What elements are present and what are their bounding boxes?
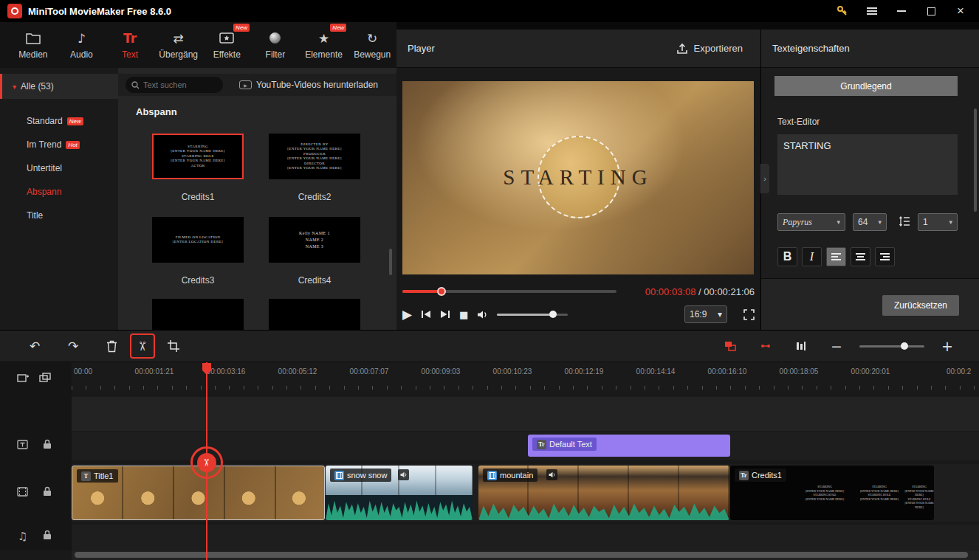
align-left-button[interactable] bbox=[826, 247, 846, 266]
template-credits1[interactable]: STARRING [ENTER YOUR NAME HERE] STARRING… bbox=[152, 134, 244, 179]
template-partial-right[interactable]: ​ bbox=[269, 299, 360, 330]
clip-audio-icon[interactable] bbox=[546, 469, 557, 480]
align-right-button[interactable] bbox=[875, 247, 895, 266]
youtube-icon: ▶ bbox=[239, 80, 252, 89]
sidebar-item-title[interactable]: Title bbox=[0, 204, 118, 227]
lock-icon[interactable] bbox=[43, 486, 52, 497]
lock-icon[interactable] bbox=[43, 439, 52, 449]
font-family-select[interactable]: Papyrus ▾ bbox=[777, 213, 845, 231]
playhead-handle[interactable] bbox=[202, 363, 211, 370]
align-center-button[interactable] bbox=[851, 247, 870, 266]
tab-effekte[interactable]: New Effekte bbox=[203, 22, 252, 68]
progress-handle[interactable] bbox=[437, 287, 446, 296]
tab-text[interactable]: Tr Text bbox=[106, 22, 154, 68]
align-right-icon bbox=[880, 252, 890, 262]
tab-medien[interactable]: Medien bbox=[9, 22, 58, 68]
stop-button[interactable]: ■ bbox=[459, 309, 468, 320]
minimize-button[interactable] bbox=[895, 4, 908, 18]
manage-tracks-icon[interactable] bbox=[38, 372, 52, 384]
template-credits4[interactable]: Kelly NAME 1 NAME 2 NAME 3 bbox=[269, 217, 360, 263]
license-key-icon[interactable] bbox=[836, 4, 849, 18]
timeline-toolbar: ↶ ↷ ✂ − + bbox=[0, 330, 979, 362]
music-icon: ♪ bbox=[78, 31, 86, 46]
split-button[interactable]: ✂ bbox=[130, 333, 155, 359]
sidebar-item-abspann[interactable]: Abspann bbox=[0, 180, 118, 204]
export-button[interactable]: Exportieren bbox=[676, 43, 743, 55]
tab-audio[interactable]: ♪ Audio bbox=[58, 22, 106, 68]
timeline-hscrollbar[interactable] bbox=[72, 550, 979, 560]
track-height-icon[interactable] bbox=[789, 333, 814, 359]
aspect-ratio-select[interactable]: 16:9 ▾ bbox=[684, 305, 727, 323]
line-spacing-icon bbox=[899, 215, 910, 227]
new-badge: New bbox=[330, 24, 346, 32]
menu-icon[interactable] bbox=[865, 4, 879, 18]
text-editor-input[interactable]: STARTING bbox=[777, 134, 958, 195]
template-credits3[interactable]: FILMED ON LOCATION [ENTER LOCATION HERE] bbox=[152, 217, 244, 263]
line-spacing-select[interactable]: 1 ▾ bbox=[918, 213, 958, 231]
search-input-wrap[interactable] bbox=[126, 77, 223, 93]
play-button[interactable]: ▶ bbox=[402, 307, 412, 322]
audio-track-icon: ♫ bbox=[18, 530, 27, 543]
undo-button[interactable]: ↶ bbox=[22, 333, 47, 359]
crop-button[interactable] bbox=[161, 333, 186, 359]
delete-button[interactable] bbox=[99, 333, 124, 359]
clip-snow-snow[interactable]: snow snow bbox=[326, 466, 473, 520]
empty-track-lane[interactable] bbox=[72, 397, 979, 431]
template-credits2[interactable]: DIRECTED BY [ENTER YOUR NAME HERE] PRODU… bbox=[269, 134, 360, 179]
lock-icon[interactable] bbox=[43, 530, 52, 540]
snap-icon[interactable] bbox=[753, 333, 778, 359]
redo-button[interactable]: ↷ bbox=[61, 333, 86, 359]
reset-button[interactable]: Zurücksetzen bbox=[882, 295, 959, 316]
video-preview[interactable]: STARTING bbox=[402, 81, 754, 274]
volume-slider[interactable] bbox=[497, 314, 568, 316]
fullscreen-button[interactable] bbox=[743, 309, 755, 320]
volume-icon[interactable] bbox=[477, 310, 488, 319]
sidebar-item-alle[interactable]: ▾ Alle (53) bbox=[0, 74, 118, 99]
video-clip-icon bbox=[334, 471, 344, 480]
playhead-split-button[interactable]: ✂ bbox=[190, 446, 223, 479]
sidebar-item-untertitel[interactable]: Untertitel bbox=[0, 156, 118, 180]
clip-audio-icon[interactable] bbox=[398, 469, 409, 480]
properties-scrollbar[interactable] bbox=[974, 108, 977, 212]
effects-icon bbox=[219, 31, 234, 46]
folder-icon bbox=[26, 31, 41, 46]
clip-default-text[interactable]: Tr Default Text bbox=[528, 435, 730, 457]
app-title: MiniTool MovieMaker Free 8.6.0 bbox=[28, 6, 171, 17]
italic-button[interactable]: I bbox=[802, 247, 822, 266]
bold-button[interactable]: B bbox=[777, 247, 797, 266]
fit-timeline-icon[interactable] bbox=[718, 333, 743, 359]
font-size-select[interactable]: 64 ▾ bbox=[853, 213, 887, 231]
tab-elemente[interactable]: New ★ Elemente bbox=[300, 22, 348, 68]
previous-frame-button[interactable] bbox=[421, 310, 431, 319]
timeline-zoom-slider[interactable] bbox=[859, 345, 924, 348]
new-badge: New bbox=[67, 117, 83, 125]
zoom-in-button[interactable]: + bbox=[935, 333, 960, 359]
tab-uebergaenge[interactable]: ⇄ Übergäng bbox=[154, 22, 203, 68]
next-frame-button[interactable] bbox=[440, 310, 450, 319]
clip-mountain[interactable]: mountain bbox=[478, 466, 729, 520]
tab-filter[interactable]: Filter bbox=[251, 22, 300, 68]
library-scrollbar[interactable] bbox=[389, 249, 392, 275]
tab-grundlegend[interactable]: Grundlegend bbox=[774, 76, 958, 96]
audio-track-lane[interactable] bbox=[72, 525, 979, 550]
playback-progress-bar[interactable] bbox=[402, 290, 616, 293]
volume-handle[interactable] bbox=[549, 311, 557, 318]
hscrollbar-thumb[interactable] bbox=[75, 552, 968, 558]
close-button[interactable]: × bbox=[954, 4, 967, 18]
add-to-track-icon[interactable] bbox=[16, 372, 30, 384]
sidebar-item-im-trend[interactable]: Im Trend Hot bbox=[0, 133, 118, 156]
titlebar: MiniTool MovieMaker Free 8.6.0 × bbox=[0, 0, 979, 22]
zoom-out-button[interactable]: − bbox=[824, 333, 849, 359]
maximize-button[interactable] bbox=[924, 4, 938, 18]
youtube-download-link[interactable]: ▶ YouTube-Videos herunterladen bbox=[239, 80, 378, 90]
panel-collapse-handle[interactable]: › bbox=[760, 164, 769, 193]
clip-credits1[interactable]: Tr Credits1 STARRING [ENTER YOUR NAME HE… bbox=[730, 466, 934, 520]
sidebar-item-standard[interactable]: Standard New bbox=[0, 109, 118, 133]
preview-text[interactable]: STARTING bbox=[402, 165, 754, 190]
chevron-down-icon: ▾ bbox=[718, 309, 722, 319]
template-partial-left[interactable]: ​ bbox=[152, 299, 244, 330]
search-input[interactable] bbox=[143, 80, 210, 89]
tab-bewegung[interactable]: ↻ Bewegun bbox=[348, 22, 396, 68]
video-clip-icon bbox=[487, 471, 497, 480]
zoom-handle[interactable] bbox=[901, 342, 908, 350]
